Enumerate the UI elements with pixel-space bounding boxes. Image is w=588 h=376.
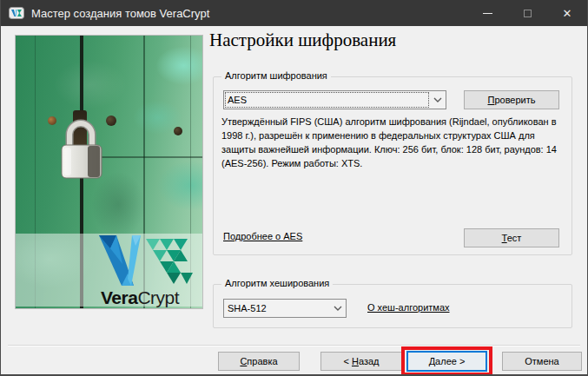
minimize-button[interactable]: [467, 0, 507, 26]
back-button[interactable]: < Назад: [320, 352, 402, 371]
minimize-icon: [483, 13, 492, 14]
veracrypt-wizard-window: Мастер создания томов VeraCrypt ✕: [0, 0, 588, 376]
window-title: Мастер создания томов VeraCrypt: [31, 7, 467, 20]
hash-group-label: Алгоритм хеширования: [221, 278, 333, 288]
padlock-icon: [59, 110, 106, 183]
wordmark-light: Crypt: [137, 287, 179, 307]
maximize-icon: [524, 10, 532, 17]
verify-button[interactable]: Проверить: [464, 90, 559, 109]
wizard-content: VeraCrypt Настройки шифрования Алгоритм …: [1, 26, 587, 374]
wizard-banner-image: VeraCrypt: [15, 35, 203, 309]
door-bolt: [48, 116, 56, 125]
close-button[interactable]: ✕: [547, 0, 587, 26]
door-bolt: [174, 127, 182, 135]
titlebar: Мастер создания томов VeraCrypt ✕: [1, 0, 587, 26]
hash-algorithm-value: SHA-512: [224, 303, 330, 313]
help-button[interactable]: Справка: [218, 352, 300, 371]
next-button[interactable]: Далее >: [406, 351, 487, 372]
close-icon: ✕: [563, 8, 572, 19]
test-button[interactable]: Тест: [464, 228, 559, 247]
veracrypt-app-icon: [9, 7, 24, 19]
chevron-down-icon: [430, 97, 446, 102]
page-title: Настройки шифрования: [209, 30, 396, 51]
encryption-group-label: Алгоритм шифрования: [221, 70, 331, 81]
veracrypt-wordmark: VeraCrypt: [101, 287, 202, 308]
encryption-algorithm-select[interactable]: AES: [223, 90, 446, 109]
chevron-down-icon: [330, 306, 346, 311]
hash-algorithm-select[interactable]: SHA-512: [223, 299, 347, 318]
footer-separator: [8, 345, 580, 346]
maximize-button[interactable]: [507, 0, 547, 26]
hash-info-link[interactable]: О хеш-алгоритмах: [367, 302, 450, 313]
veracrypt-logo-icon: [99, 235, 200, 289]
algorithm-description: Утверждённый FIPS (США) алгоритм шифрова…: [221, 115, 567, 170]
door-bolt: [106, 115, 116, 126]
cancel-button[interactable]: Отмена: [502, 352, 582, 371]
focus-rect: [226, 93, 428, 107]
wordmark-bold: Vera: [101, 287, 137, 307]
more-about-aes-link[interactable]: Подробнее о AES: [223, 231, 302, 241]
